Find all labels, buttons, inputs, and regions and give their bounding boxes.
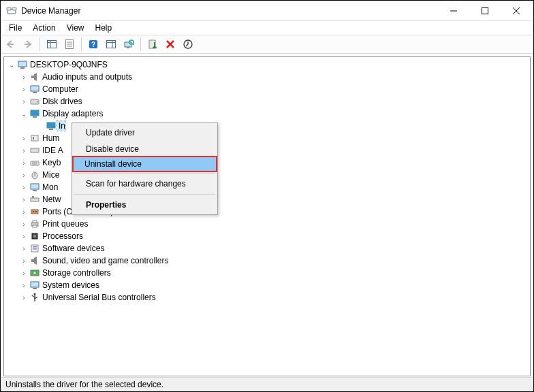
svg-rect-9 [48,41,57,48]
svg-rect-31 [20,67,25,69]
device-tree[interactable]: ⌄ DESKTOP-9Q0JNFS › Audio inputs and out… [3,56,531,376]
chevron-right-icon[interactable]: › [19,294,29,301]
chevron-right-icon[interactable]: › [19,270,29,277]
menu-file[interactable]: File [3,22,27,34]
close-button[interactable] [501,1,532,21]
disk-icon [29,96,41,107]
ctx-update-driver[interactable]: Update driver [74,125,216,141]
toolbar-separator [140,37,141,51]
uninstall-device-button[interactable] [162,36,178,52]
tree-item-usb-controllers[interactable]: › Universal Serial Bus controllers [4,291,530,304]
update-driver-button[interactable] [180,36,196,52]
svg-rect-18 [107,41,116,48]
chevron-right-icon[interactable]: › [19,282,29,289]
chevron-right-icon[interactable]: › [19,74,29,81]
tree-item-label: Storage controllers [41,268,111,278]
tree-item-label: Processors [41,231,83,241]
chevron-right-icon[interactable]: › [19,172,29,179]
tree-item-label: Universal Serial Bus controllers [41,293,156,302]
svg-rect-39 [47,122,55,128]
software-icon [29,243,41,254]
tree-item-software-devices[interactable]: › Software devices [4,242,530,255]
system-icon [29,280,41,291]
chevron-right-icon[interactable]: › [19,86,29,93]
maximize-button[interactable] [469,1,501,21]
svg-rect-62 [33,246,37,248]
svg-point-55 [35,211,37,212]
minimize-button[interactable] [438,1,469,21]
titlebar: Device Manager [1,1,533,21]
svg-rect-52 [32,196,34,198]
tree-item-label: Mon [41,182,58,192]
printer-icon [29,218,41,229]
svg-rect-60 [33,235,36,238]
svg-rect-34 [33,92,37,93]
menubar: File Action View Help [1,21,533,35]
svg-rect-4 [482,7,488,14]
svg-rect-67 [31,282,39,287]
computer-icon [16,59,29,70]
help-button[interactable]: ? [85,36,101,52]
ctx-scan-hardware[interactable]: Scan for hardware changes [74,176,216,192]
chevron-right-icon[interactable]: › [19,245,29,252]
toolbar: ? [1,35,533,54]
computer-icon [29,84,41,95]
tree-item-disk-drives[interactable]: › Disk drives [4,95,530,108]
svg-rect-43 [31,148,39,152]
tree-item-label: Netw [41,195,61,204]
tree-item-display-adapters[interactable]: ⌄ Display adapters [4,108,530,120]
tree-item-label: Disk drives [41,97,82,106]
tree-item-label: Mice [41,170,59,180]
tree-item-system-devices[interactable]: › System devices [4,279,530,291]
tree-root[interactable]: ⌄ DESKTOP-9Q0JNFS [4,59,530,71]
svg-rect-44 [31,161,39,165]
network-icon [29,194,41,205]
enable-device-button[interactable] [144,36,161,52]
tree-item-label: Print queues [41,219,88,229]
chevron-down-icon[interactable]: ⌄ [19,110,29,118]
sound-icon [29,255,41,266]
tree-item-print-queues[interactable]: › Print queues [4,218,530,230]
svg-rect-64 [31,259,34,262]
chevron-right-icon[interactable]: › [19,196,29,203]
chevron-down-icon[interactable]: ⌄ [7,61,16,69]
ide-icon [29,145,41,156]
toolbar-separator [81,37,82,51]
tree-item-label: Sound, video and game controllers [41,256,168,265]
processor-icon [29,231,41,242]
svg-point-70 [34,293,36,295]
tree-item-computer[interactable]: › Computer [4,83,530,95]
tree-item-storage-controllers[interactable]: › Storage controllers [4,267,530,279]
svg-rect-33 [31,86,39,91]
chevron-right-icon[interactable]: › [19,220,29,228]
svg-rect-30 [18,61,27,67]
chevron-right-icon[interactable]: › [19,98,29,105]
ctx-uninstall-device[interactable]: Uninstall device [72,156,217,172]
properties-button[interactable] [61,36,78,52]
menu-action[interactable]: Action [27,22,61,34]
menu-help[interactable]: Help [90,22,118,34]
hid-icon [29,133,41,144]
chevron-right-icon[interactable]: › [19,233,29,240]
action-pane-button[interactable] [103,36,119,52]
scan-hardware-button[interactable] [121,36,137,52]
monitor-icon [29,182,41,193]
chevron-right-icon[interactable]: › [19,159,29,167]
chevron-right-icon[interactable]: › [19,147,29,154]
show-hide-tree-button[interactable] [44,36,60,52]
chevron-right-icon[interactable]: › [19,208,29,216]
tree-item-sound-video[interactable]: › Sound, video and game controllers [4,255,530,267]
ctx-disable-device[interactable]: Disable device [74,141,216,157]
svg-rect-22 [127,47,129,48]
svg-rect-42 [33,137,34,140]
chevron-right-icon[interactable]: › [19,257,29,265]
tree-item-processors[interactable]: › Processors [4,230,530,242]
chevron-right-icon[interactable]: › [19,184,29,191]
svg-rect-57 [33,220,37,223]
chevron-right-icon[interactable]: › [19,135,29,142]
ctx-properties[interactable]: Properties [74,197,216,213]
menu-view[interactable]: View [61,22,90,34]
svg-rect-38 [33,116,37,118]
svg-rect-7 [7,44,14,45]
tree-item-audio[interactable]: › Audio inputs and outputs [4,71,530,83]
